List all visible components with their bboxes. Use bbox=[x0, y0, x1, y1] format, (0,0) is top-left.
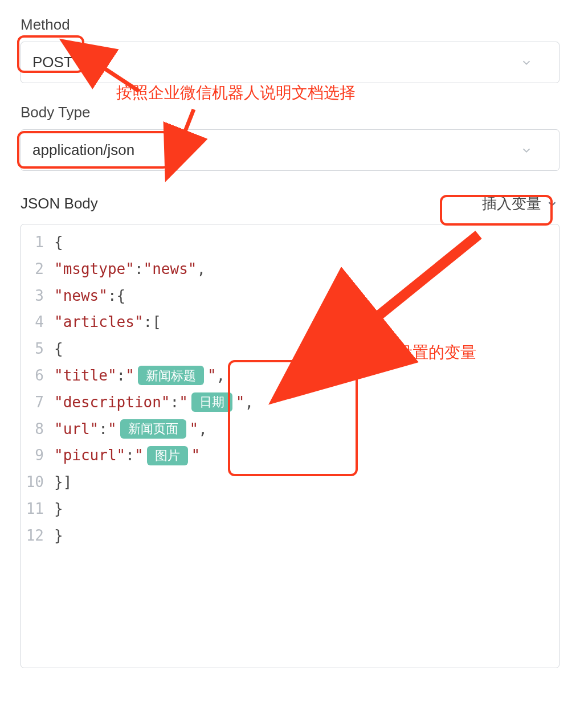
insert-variable-label: 插入变量 bbox=[482, 194, 541, 214]
code-token: " bbox=[134, 442, 144, 469]
code-token: "description" bbox=[54, 389, 170, 416]
code-token: , bbox=[197, 256, 206, 283]
code-token: "picurl" bbox=[54, 442, 125, 469]
line-number: 4 bbox=[21, 309, 54, 336]
code-token: " bbox=[179, 389, 188, 416]
line-number: 8 bbox=[21, 416, 54, 443]
body-type-select[interactable]: application/json bbox=[21, 129, 559, 171]
line-number: 11 bbox=[21, 496, 54, 522]
code-token: : bbox=[125, 442, 134, 469]
method-select[interactable]: POST bbox=[21, 42, 559, 83]
code-token: "msgtype" bbox=[54, 256, 134, 283]
code-token: " bbox=[191, 442, 201, 469]
code-token: " bbox=[108, 416, 117, 443]
code-token: : bbox=[108, 283, 117, 309]
code-token: "news" bbox=[144, 256, 197, 283]
code-token: : bbox=[117, 362, 126, 389]
code-token: "news" bbox=[54, 283, 108, 309]
variable-tag-url[interactable]: 新闻页面 bbox=[120, 419, 186, 439]
code-token: { bbox=[117, 283, 126, 309]
variable-tag-description[interactable]: 日期 bbox=[191, 392, 232, 412]
code-token: }] bbox=[54, 469, 72, 496]
variable-tag-picurl[interactable]: 图片 bbox=[147, 446, 188, 465]
annotation-text: 插入设置的变量 bbox=[365, 342, 476, 363]
code-token: : bbox=[144, 309, 153, 336]
code-token: " bbox=[236, 389, 245, 416]
code-token: " bbox=[190, 416, 199, 443]
annotation-text: 按照企业微信机器人说明文档选择 bbox=[116, 82, 356, 104]
json-body-label: JSON Body bbox=[21, 195, 98, 212]
body-type-label: Body Type bbox=[21, 104, 559, 121]
line-number: 6 bbox=[21, 362, 54, 389]
line-number: 9 bbox=[21, 442, 54, 469]
code-token: } bbox=[54, 522, 63, 549]
line-number: 7 bbox=[21, 389, 54, 416]
code-token: : bbox=[99, 416, 108, 443]
line-number: 10 bbox=[21, 469, 54, 496]
code-token: , bbox=[217, 362, 226, 389]
code-token: " bbox=[207, 362, 217, 389]
code-token: " bbox=[125, 362, 134, 389]
line-number: 2 bbox=[21, 256, 54, 283]
code-token: "title" bbox=[54, 362, 117, 389]
code-token: , bbox=[198, 416, 207, 443]
chevron-down-icon bbox=[546, 198, 558, 210]
method-select-value: POST bbox=[32, 54, 73, 71]
code-token: } bbox=[54, 496, 63, 522]
code-token: { bbox=[54, 229, 63, 256]
line-number: 12 bbox=[21, 522, 54, 549]
line-number: 3 bbox=[21, 283, 54, 309]
line-number: 1 bbox=[21, 229, 54, 256]
chevron-down-icon bbox=[520, 56, 533, 69]
code-token: [ bbox=[152, 309, 161, 336]
code-token: : bbox=[170, 389, 179, 416]
chevron-down-icon bbox=[520, 144, 533, 157]
json-body-editor[interactable]: 1 { 2 "msgtype":"news", 3 "news":{ 4 "ar… bbox=[21, 224, 559, 668]
code-token: { bbox=[54, 336, 63, 362]
code-token: "articles" bbox=[54, 309, 144, 336]
code-token: , bbox=[244, 389, 254, 416]
insert-variable-button[interactable]: 插入变量 bbox=[481, 191, 559, 216]
line-number: 5 bbox=[21, 336, 54, 362]
body-type-select-value: application/json bbox=[32, 141, 134, 159]
method-label: Method bbox=[21, 16, 559, 34]
code-token: "url" bbox=[54, 416, 99, 443]
code-token: : bbox=[134, 256, 144, 283]
variable-tag-title[interactable]: 新闻标题 bbox=[138, 366, 204, 385]
